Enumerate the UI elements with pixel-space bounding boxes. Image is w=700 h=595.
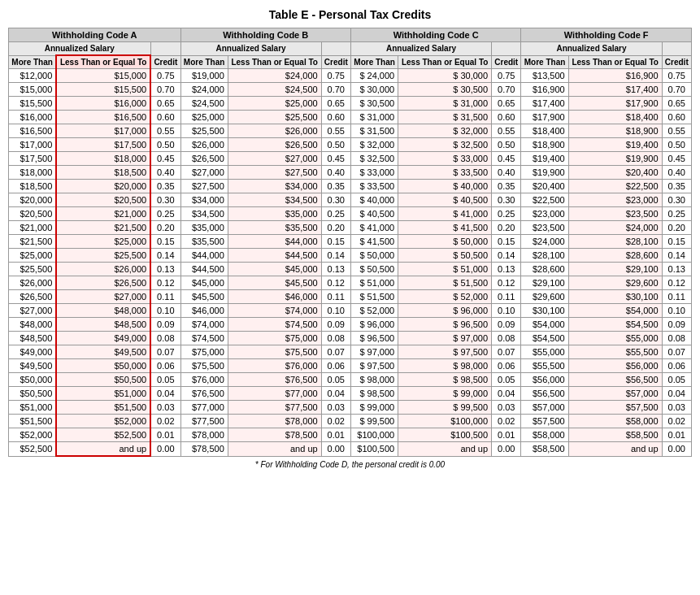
cell-more-than-s0-r9: $20,000	[9, 193, 57, 207]
cell-less-than-s0-r21: $50,000	[56, 359, 150, 373]
cell-more-than-s0-r11: $21,000	[9, 221, 57, 235]
cell-credit-s1-r27: 0.00	[321, 442, 350, 457]
cell-credit-s2-r6: 0.45	[492, 152, 521, 166]
cell-more-than-s2-r22: $ 98,000	[350, 373, 398, 387]
cell-less-than-s1-r5: $26,500	[228, 138, 321, 152]
cell-more-than-s1-r8: $27,500	[180, 180, 228, 193]
cell-credit-s0-r25: 0.02	[150, 415, 180, 428]
cell-more-than-s2-r5: $ 32,000	[350, 138, 398, 152]
table-row: $21,000$21,5000.20$35,000$35,5000.20$ 41…	[9, 221, 692, 235]
cell-more-than-s0-r3: $16,000	[9, 111, 57, 124]
cell-more-than-s0-r1: $15,000	[9, 83, 57, 97]
cell-more-than-s2-r16: $ 51,500	[350, 290, 398, 304]
cell-less-than-s3-r3: $18,400	[568, 111, 662, 124]
cell-more-than-s3-r5: $18,900	[521, 138, 568, 152]
cell-less-than-s0-r22: $50,500	[56, 373, 150, 387]
cell-credit-s2-r19: 0.08	[492, 332, 521, 345]
cell-credit-s3-r3: 0.60	[662, 111, 691, 124]
cell-more-than-s0-r16: $26,500	[9, 290, 57, 304]
cell-credit-s0-r22: 0.05	[150, 373, 180, 387]
cell-credit-s3-r12: 0.15	[662, 235, 691, 249]
cell-more-than-s0-r17: $27,000	[9, 304, 57, 318]
cell-more-than-s3-r8: $20,400	[521, 180, 568, 193]
cell-more-than-s0-r23: $50,500	[9, 387, 57, 401]
cell-less-than-s3-r6: $19,900	[568, 152, 662, 166]
cell-more-than-s0-r6: $17,500	[9, 152, 57, 166]
cell-more-than-s2-r10: $ 40,500	[350, 207, 398, 221]
cell-more-than-s2-r20: $ 97,000	[350, 345, 398, 359]
cell-more-than-s0-r7: $18,000	[9, 166, 57, 180]
cell-less-than-s0-r7: $18,500	[56, 166, 150, 180]
cell-more-than-s1-r2: $24,500	[180, 97, 228, 111]
cell-credit-s0-r26: 0.01	[150, 428, 180, 442]
cell-more-than-s0-r24: $51,000	[9, 401, 57, 415]
cell-credit-s3-r1: 0.70	[662, 83, 691, 97]
cell-less-than-s1-r1: $24,500	[228, 83, 321, 97]
cell-more-than-s3-r16: $29,600	[521, 290, 568, 304]
cell-more-than-s2-r26: $100,000	[350, 428, 398, 442]
cell-less-than-s3-r15: $29,600	[568, 276, 662, 290]
cell-less-than-s0-r11: $21,500	[56, 221, 150, 235]
cell-credit-s1-r16: 0.11	[321, 290, 350, 304]
section-header-b: Withholding Code B	[180, 28, 350, 42]
section-header-c: Withholding Code C	[350, 28, 520, 42]
cell-credit-s0-r13: 0.14	[150, 249, 180, 263]
cell-less-than-s3-r0: $16,900	[568, 69, 662, 83]
cell-credit-s3-r20: 0.07	[662, 345, 691, 359]
cell-less-than-s0-r20: $49,500	[56, 345, 150, 359]
cell-credit-s3-r13: 0.14	[662, 249, 691, 263]
cell-less-than-s2-r10: $ 41,000	[398, 207, 492, 221]
col-less-than-b: Less Than or Equal To	[228, 55, 321, 69]
cell-more-than-s2-r25: $ 99,500	[350, 415, 398, 428]
cell-less-than-s1-r14: $45,000	[228, 263, 321, 276]
cell-credit-s1-r24: 0.03	[321, 401, 350, 415]
cell-credit-s1-r8: 0.35	[321, 180, 350, 193]
cell-credit-s0-r16: 0.11	[150, 290, 180, 304]
cell-credit-s2-r13: 0.14	[492, 249, 521, 263]
sub-spacer-c	[492, 42, 521, 56]
cell-less-than-s3-r20: $55,500	[568, 345, 662, 359]
cell-less-than-s3-r27: and up	[568, 442, 662, 457]
cell-more-than-s3-r14: $28,600	[521, 263, 568, 276]
cell-more-than-s2-r19: $ 96,500	[350, 332, 398, 345]
cell-less-than-s2-r23: $ 99,000	[398, 387, 492, 401]
table-row: $16,000$16,5000.60$25,000$25,5000.60$ 31…	[9, 111, 692, 124]
cell-credit-s2-r24: 0.03	[492, 401, 521, 415]
cell-less-than-s3-r26: $58,500	[568, 428, 662, 442]
cell-credit-s1-r21: 0.06	[321, 359, 350, 373]
cell-credit-s0-r20: 0.07	[150, 345, 180, 359]
cell-credit-s2-r8: 0.35	[492, 180, 521, 193]
cell-more-than-s2-r1: $ 30,000	[350, 83, 398, 97]
cell-credit-s2-r15: 0.12	[492, 276, 521, 290]
cell-more-than-s3-r23: $56,500	[521, 387, 568, 401]
cell-credit-s2-r4: 0.55	[492, 124, 521, 138]
cell-more-than-s1-r20: $75,000	[180, 345, 228, 359]
cell-less-than-s2-r2: $ 31,000	[398, 97, 492, 111]
cell-credit-s0-r4: 0.55	[150, 124, 180, 138]
cell-more-than-s1-r25: $77,500	[180, 415, 228, 428]
table-row: $49,000$49,5000.07$75,000$75,5000.07$ 97…	[9, 345, 692, 359]
cell-less-than-s3-r11: $24,000	[568, 221, 662, 235]
cell-credit-s0-r7: 0.40	[150, 166, 180, 180]
cell-less-than-s2-r13: $ 50,500	[398, 249, 492, 263]
col-credit-c: Credit	[492, 55, 521, 69]
cell-more-than-s3-r4: $18,400	[521, 124, 568, 138]
cell-less-than-s2-r1: $ 30,500	[398, 83, 492, 97]
cell-more-than-s2-r15: $ 51,000	[350, 276, 398, 290]
cell-more-than-s3-r13: $28,100	[521, 249, 568, 263]
cell-less-than-s1-r27: and up	[228, 442, 321, 457]
col-more-than-c: More Than	[350, 55, 398, 69]
cell-more-than-s1-r0: $19,000	[180, 69, 228, 83]
cell-less-than-s0-r12: $25,000	[56, 235, 150, 249]
cell-more-than-s1-r11: $35,000	[180, 221, 228, 235]
cell-less-than-s2-r26: $100,500	[398, 428, 492, 442]
cell-credit-s1-r1: 0.70	[321, 83, 350, 97]
cell-credit-s0-r14: 0.13	[150, 263, 180, 276]
cell-more-than-s0-r0: $12,000	[9, 69, 57, 83]
cell-more-than-s2-r13: $ 50,000	[350, 249, 398, 263]
cell-credit-s3-r2: 0.65	[662, 97, 691, 111]
table-row: $20,000$20,5000.30$34,000$34,5000.30$ 40…	[9, 193, 692, 207]
cell-less-than-s1-r22: $76,500	[228, 373, 321, 387]
cell-credit-s3-r0: 0.75	[662, 69, 691, 83]
cell-less-than-s3-r17: $54,000	[568, 304, 662, 318]
